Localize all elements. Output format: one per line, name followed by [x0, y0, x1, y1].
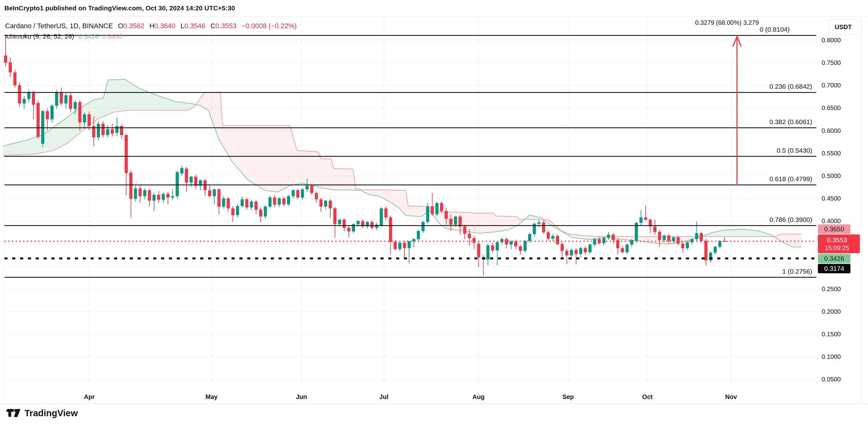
candle-body	[705, 241, 708, 261]
candle-body	[138, 188, 142, 196]
price-chart[interactable]: 0 (0.8104)0.236 (0.6842)0.382 (0.6061)0.…	[0, 0, 868, 425]
symbol-name[interactable]: Cardano / TetherUS, 1D, BINANCE	[5, 22, 113, 30]
price-tick-label: 0.1500	[822, 331, 841, 338]
chart-canvas[interactable]: 0 (0.8104)0.236 (0.6842)0.382 (0.6061)0.…	[0, 0, 868, 425]
price-tick-label: 0.7000	[822, 82, 841, 89]
candle-body	[463, 226, 466, 234]
candle-body	[519, 246, 522, 251]
candle-body	[394, 242, 397, 249]
indicator-name[interactable]: Ichimoku (9, 26, 52, 26)	[5, 33, 74, 40]
candle-body	[459, 217, 462, 226]
price-scale[interactable]: 0.80000.75000.70000.65000.60000.55000.50…	[822, 37, 841, 383]
month-label: Jun	[296, 393, 307, 400]
candle-body	[185, 169, 188, 183]
price-tick-label: 0.4000	[822, 217, 841, 224]
bottom-separator	[0, 403, 868, 404]
candle-body	[190, 177, 193, 183]
candle-body	[602, 238, 606, 243]
indicator-legend-row[interactable]: Ichimoku (9, 26, 52, 26)0.34260.3650	[5, 33, 123, 40]
price-tick-label: 0.1000	[822, 353, 841, 360]
candle-body	[282, 199, 285, 204]
price-tick-label: 0.0500	[822, 376, 841, 383]
fib-label: 0.618 (0.4799)	[769, 175, 812, 182]
candle-body	[450, 219, 453, 225]
candle-body	[13, 72, 17, 85]
candle-body	[468, 234, 471, 238]
candle-body	[269, 198, 272, 207]
candle-body	[514, 241, 517, 246]
candle-body	[547, 232, 550, 239]
candle-body	[677, 237, 680, 244]
candle-body	[472, 238, 476, 243]
candle-body	[663, 235, 666, 240]
candle-body	[561, 244, 564, 251]
tradingview-logo-icon	[6, 407, 21, 419]
candle-body	[347, 228, 350, 232]
price-badge-value: 0.3426	[824, 255, 844, 262]
candle-body	[714, 247, 717, 253]
candle-body	[69, 95, 72, 109]
candle-body	[4, 56, 7, 63]
price-range-arrow[interactable]	[733, 36, 741, 185]
candle-body	[621, 248, 624, 252]
candle-body	[301, 189, 304, 198]
candle-body	[375, 225, 378, 228]
candle-body	[612, 235, 615, 240]
tradingview-attribution[interactable]: TradingView	[6, 407, 78, 419]
price-tick-label: 0.2000	[822, 308, 841, 315]
candle-body	[111, 129, 114, 133]
candle-body	[292, 190, 295, 196]
candle-body	[565, 251, 568, 255]
candle-body	[264, 207, 267, 217]
candle-body	[695, 233, 698, 239]
candle-body	[18, 85, 21, 103]
price-tick-label: 0.4500	[822, 195, 841, 202]
candle-body	[505, 239, 508, 244]
candle-body	[319, 199, 322, 207]
candle-body	[226, 199, 230, 208]
candle-body	[380, 208, 383, 226]
candle-body	[217, 189, 221, 207]
price-tick-label: 0.5000	[822, 172, 841, 179]
fib-label: 0.236 (0.6842)	[769, 83, 812, 90]
fib-label: 0.786 (0.3900)	[769, 216, 812, 223]
candle-body	[477, 244, 480, 257]
candle-body	[143, 190, 146, 196]
candle-body	[667, 235, 670, 241]
tradingview-published-chart: BeInCrypto1 published on TradingView.com…	[0, 0, 868, 425]
candle-body	[570, 250, 573, 255]
change-value: −0.0008 (−0.22%)	[242, 22, 297, 30]
candlestick-series[interactable]	[4, 35, 726, 275]
candle-body	[431, 207, 434, 214]
candle-body	[87, 114, 91, 126]
candle-body	[342, 220, 346, 228]
candle-body	[486, 245, 490, 260]
candle-body	[55, 92, 58, 105]
candle-body	[370, 222, 374, 228]
time-scale[interactable]: AprMayJunJulAugSepOctNov	[84, 393, 737, 400]
bar-countdown: 15:09:25	[825, 244, 849, 251]
candle-body	[496, 242, 499, 250]
candle-body	[287, 196, 290, 204]
candle-body	[435, 203, 438, 214]
candle-body	[551, 236, 554, 239]
candle-body	[97, 124, 100, 137]
candle-body	[236, 206, 239, 215]
candle-body	[162, 194, 165, 200]
close-value: 0.3553	[215, 22, 236, 30]
left-border	[2, 16, 3, 403]
currency-toggle-button[interactable]: USDT	[829, 20, 858, 34]
high-label: H	[150, 22, 154, 30]
fib-label: 0.382 (0.6061)	[769, 118, 812, 125]
open-label: O	[118, 22, 123, 30]
candle-body	[194, 177, 197, 186]
candle-body	[64, 95, 67, 103]
month-label: Sep	[562, 393, 574, 400]
low-label: L	[181, 22, 184, 30]
symbol-title-row[interactable]: Cardano / TetherUS, 1D, BINANCEO0.3562H0…	[5, 22, 297, 30]
candle-body	[681, 244, 684, 248]
indicator-value-span-a: 0.3426	[79, 33, 99, 40]
tradingview-brand-text: TradingView	[25, 408, 78, 418]
price-badge-value: 0.3650	[824, 225, 844, 233]
candle-body	[23, 99, 26, 103]
